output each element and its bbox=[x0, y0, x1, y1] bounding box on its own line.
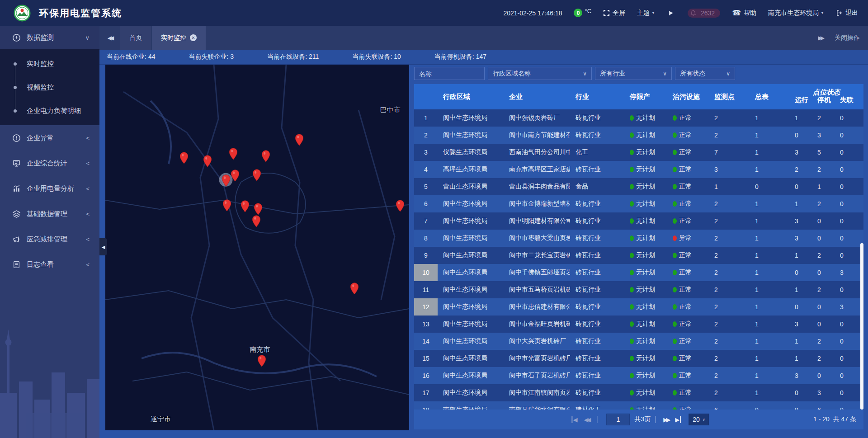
table-scrollbar[interactable] bbox=[860, 243, 863, 410]
logout-button[interactable]: 退出 bbox=[836, 9, 858, 17]
status-select[interactable]: 所有状态 ∨ bbox=[675, 67, 735, 80]
cell-lost: 0 bbox=[835, 355, 863, 362]
map-pin[interactable] bbox=[258, 355, 266, 367]
table-row[interactable]: 2 阆中生态环境局 阆中市南方节能建材有 砖瓦行业 无计划 正常 2 1 0 3… bbox=[414, 127, 863, 144]
collapse-map-handle[interactable]: ◀ bbox=[99, 238, 107, 255]
map-pin[interactable] bbox=[261, 150, 270, 162]
notification-badge[interactable]: 2632 bbox=[688, 9, 720, 18]
stop-limit-label: 无计划 bbox=[636, 234, 655, 241]
map-pin[interactable] bbox=[252, 215, 260, 227]
stop-limit-dot bbox=[630, 356, 634, 361]
cell-lost: 0 bbox=[835, 132, 863, 139]
stop-limit-label: 无计划 bbox=[636, 131, 655, 138]
stop-limit-dot bbox=[630, 184, 634, 189]
table-row[interactable]: 9 阆中生态环境局 阆中市二龙长宝页岩砖 砖瓦行业 无计划 正常 2 1 1 2… bbox=[414, 247, 863, 264]
last-page-button[interactable]: ▶ bbox=[675, 416, 681, 423]
table-row[interactable]: 13 阆中生态环境局 阆中市金福旺页岩机砖 砖瓦行业 无计划 正常 2 1 3 … bbox=[414, 316, 863, 333]
facility-label: 正常 bbox=[679, 217, 692, 224]
column-header-stop: 停机 bbox=[812, 96, 835, 104]
cell-run: 1 bbox=[789, 114, 812, 122]
industry-select[interactable]: 所有行业 ∨ bbox=[595, 67, 672, 80]
fullscreen-button[interactable]: 全屏 bbox=[603, 9, 625, 17]
map-pin[interactable] bbox=[254, 203, 263, 215]
sidebar-item-enterprise-stats[interactable]: 企业综合统计 < bbox=[0, 151, 99, 176]
map-pin[interactable] bbox=[253, 169, 261, 181]
cell-lost: 0 bbox=[835, 235, 863, 242]
collapse-tabs-button[interactable]: ◀◀ bbox=[99, 26, 120, 50]
cell-region: 营山生态环境局 bbox=[438, 183, 504, 191]
map-pin[interactable] bbox=[222, 174, 230, 186]
map-pin[interactable] bbox=[222, 199, 231, 211]
map-pin[interactable] bbox=[295, 134, 303, 146]
table-row[interactable]: 12 阆中生态环境局 阆中市忠信建材有限公 砖瓦行业 无计划 正常 2 1 0 … bbox=[414, 298, 863, 316]
double-right-arrow-icon[interactable]: ▶▶ bbox=[818, 35, 823, 41]
mute-button[interactable] bbox=[667, 10, 676, 16]
region-select[interactable]: 行政区域名称 ∨ bbox=[488, 67, 592, 80]
map-pin[interactable] bbox=[231, 170, 239, 182]
sidebar-item-realtime-monitoring[interactable]: 实时监控 bbox=[0, 52, 99, 75]
tab-realtime-monitoring[interactable]: 实时监控 ✕ bbox=[152, 26, 206, 50]
name-search-input[interactable] bbox=[419, 70, 480, 77]
tab-home[interactable]: 首页 bbox=[120, 26, 151, 50]
sidebar-item-emission-reduction[interactable]: 应急减排管理 < bbox=[0, 226, 99, 252]
close-tab-icon[interactable]: ✕ bbox=[190, 34, 197, 41]
cell-region: 阆中生态环境局 bbox=[438, 372, 504, 380]
sidebar-item-power-load-detail[interactable]: 企业电力负荷明细 bbox=[0, 99, 99, 122]
table-row[interactable]: 5 营山生态环境局 营山县润丰肉食品有限 食品 无计划 正常 1 0 0 1 0 bbox=[414, 178, 863, 195]
cell-points: 2 bbox=[709, 114, 750, 122]
stop-limit-dot bbox=[630, 373, 634, 378]
theme-menu[interactable]: 主题 ▼ bbox=[637, 9, 655, 17]
page-size-select[interactable]: 20 ∨ bbox=[689, 414, 709, 425]
table-row[interactable]: 14 阆中生态环境局 阆中大兴页岩机砖厂 砖瓦行业 无计划 正常 2 1 1 2… bbox=[414, 333, 863, 350]
table-row[interactable]: 11 阆中生态环境局 阆中市五马桥页岩机砖 砖瓦行业 无计划 正常 2 1 1 … bbox=[414, 281, 863, 298]
table-row[interactable]: 3 仪陇生态环境局 西南油气田分公司川中 化工 无计划 正常 7 1 3 5 0 bbox=[414, 144, 863, 161]
skyline-decoration bbox=[0, 302, 99, 438]
layers-icon bbox=[12, 210, 21, 218]
table-row[interactable]: 4 高坪生态环境局 南充市高坪区王家店建 砖瓦行业 无计划 正常 3 1 2 2… bbox=[414, 161, 863, 178]
cell-stop-limit: 无计划 bbox=[624, 354, 667, 363]
close-operations-button[interactable]: 关闭操作 bbox=[835, 34, 860, 42]
map-pin[interactable] bbox=[241, 200, 250, 212]
cell-points: 2 bbox=[709, 286, 750, 293]
map-canvas[interactable]: 巴中市南充市遂宁市 bbox=[105, 65, 409, 430]
cell-run: 3 bbox=[789, 320, 812, 328]
table-row[interactable]: 6 阆中生态环境局 阆中市金博瑞新型墙材 砖瓦行业 无计划 正常 2 1 1 2… bbox=[414, 195, 863, 212]
bullet-icon bbox=[14, 86, 17, 89]
map-pin[interactable] bbox=[350, 283, 359, 295]
table-row[interactable]: 7 阆中生态环境局 阆中明阳建材有限公司 砖瓦行业 无计划 正常 2 1 3 0… bbox=[414, 212, 863, 230]
map-pin[interactable] bbox=[180, 152, 189, 164]
next-page-button[interactable]: ▶▶ bbox=[663, 416, 669, 423]
table-row[interactable]: 15 阆中生态环境局 阆中市光富页岩机砖厂 砖瓦行业 无计划 正常 2 1 1 … bbox=[414, 350, 863, 367]
cell-lost: 0 bbox=[835, 320, 863, 328]
table-row[interactable]: 16 阆中生态环境局 阆中市石子页岩机砖厂 砖瓦行业 无计划 正常 2 1 3 … bbox=[414, 367, 863, 384]
stop-limit-dot bbox=[630, 339, 634, 344]
map-pin[interactable] bbox=[229, 148, 237, 160]
table-row[interactable]: 18 南部生态环境局 南部县瑞华水泥有限公 建材化工 无计划 正常 6 0 0 … bbox=[414, 401, 863, 410]
table-row[interactable]: 8 阆中生态环境局 阆中市枣碧大梁山页岩 砖瓦行业 无计划 异常 2 1 3 0… bbox=[414, 230, 863, 247]
sidebar-item-enterprise-abnormal[interactable]: 企业异常 < bbox=[0, 125, 99, 151]
table-row[interactable]: 10 阆中生态环境局 阆中千佛镇五郎垭页岩 砖瓦行业 无计划 正常 2 1 0 … bbox=[414, 264, 863, 281]
name-search-field[interactable] bbox=[414, 67, 485, 80]
chevron-left-icon: < bbox=[86, 236, 90, 243]
facility-label: 正常 bbox=[679, 251, 692, 259]
map-pin[interactable] bbox=[203, 155, 212, 167]
user-org-menu[interactable]: 南充市生态环境局 ▼ bbox=[768, 9, 824, 17]
cell-industry: 砖瓦行业 bbox=[570, 234, 624, 242]
stop-limit-dot bbox=[630, 201, 634, 207]
cell-facility: 正常 bbox=[667, 303, 709, 311]
cell-num: 14 bbox=[414, 333, 438, 350]
page-number-input[interactable]: 1 bbox=[606, 414, 630, 425]
prev-page-button[interactable]: ◀◀ bbox=[584, 416, 589, 423]
table-row[interactable]: 1 阆中生态环境局 阆中强锐页岩砖厂 砖瓦行业 无计划 正常 2 1 1 2 0 bbox=[414, 109, 863, 127]
first-page-button[interactable]: ◀ bbox=[571, 416, 577, 423]
theme-label: 主题 bbox=[637, 9, 650, 17]
help-button[interactable]: ☎ 帮助 bbox=[732, 9, 756, 17]
sidebar-item-base-data[interactable]: 基础数据管理 < bbox=[0, 201, 99, 226]
cell-facility: 正常 bbox=[667, 337, 709, 345]
sidebar-item-video-monitoring[interactable]: 视频监控 bbox=[0, 75, 99, 99]
sidebar-item-data-monitoring[interactable]: 数据监测 ∨ bbox=[0, 26, 99, 49]
sidebar-item-power-analysis[interactable]: 企业用电量分析 < bbox=[0, 176, 99, 201]
map-pin[interactable] bbox=[396, 200, 404, 212]
sidebar-item-log-view[interactable]: 日志查看 < bbox=[0, 252, 99, 277]
table-row[interactable]: 17 阆中生态环境局 阆中市江南镇阆南页岩 砖瓦行业 无计划 正常 2 1 0 … bbox=[414, 384, 863, 401]
